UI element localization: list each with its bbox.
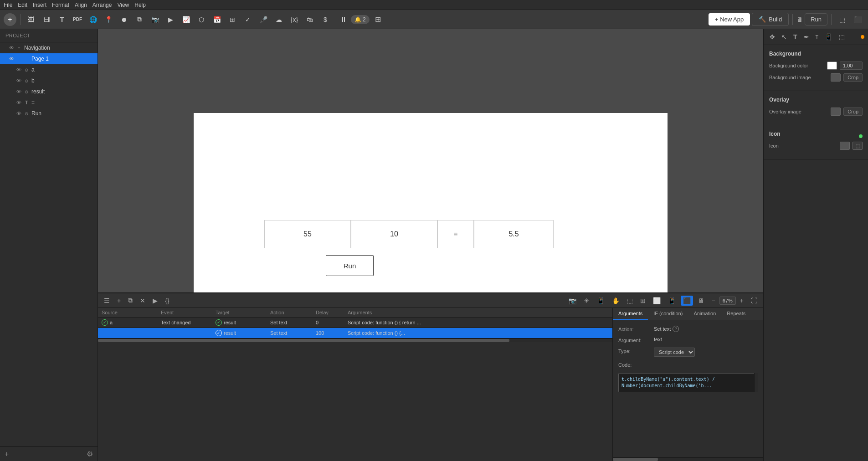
menu-align[interactable]: Align [75,2,87,8]
bt-code-btn[interactable]: {} [163,296,171,306]
background-color-picker[interactable] [827,61,837,70]
sidebar-item-equals[interactable]: 👁 T = [0,97,98,108]
run-widget-button[interactable]: Run [326,255,374,276]
widget-result[interactable]: 5.5 [474,220,554,248]
check-tool[interactable]: ✓ [241,13,255,26]
add-page-button[interactable]: + [5,450,9,458]
icon-picker[interactable] [840,142,850,150]
event-row-2[interactable]: ✓ result Set text 100 Script code: funct… [98,328,612,338]
dollar-tool[interactable]: $ [318,13,332,26]
bt-multitouch-btn[interactable]: ✋ [610,296,622,306]
menu-insert[interactable]: Insert [33,2,46,8]
bt-portrait-btn[interactable]: ⬜ [651,296,663,306]
background-image-picker[interactable] [831,73,841,82]
bt-fullscreen-btn[interactable]: ⛶ [749,296,760,306]
bt-mobile-btn[interactable]: 📱 [595,296,607,306]
widget-b[interactable]: 10 [351,220,437,248]
detail-scrollbar-h[interactable] [613,457,763,461]
scrollbar-thumb[interactable] [98,339,509,342]
menu-edit[interactable]: Edit [18,2,27,8]
bt-screenshot-btn[interactable]: 📷 [566,296,579,306]
widget-a[interactable]: 55 [264,220,351,248]
add-tool-button[interactable]: + [4,13,16,26]
build-button[interactable]: 🔨 Build [752,13,789,26]
tab-if-condition[interactable]: IF (condition) [648,308,688,320]
ev-args-1: Script code: function () { return ... [348,320,609,325]
settings-page-button[interactable]: ⚙ [87,450,93,458]
sidebar-item-b[interactable]: 👁 ⊙ b [0,75,98,86]
menu-view[interactable]: View [117,2,129,8]
grid-view-button[interactable]: ⊞ [371,13,385,26]
layers-tool[interactable]: ⧉ [133,13,146,26]
sidebar-item-result[interactable]: 👁 ⊙ result [0,86,98,97]
bt-duplicate-btn[interactable]: ⧉ [126,295,135,306]
film-tool[interactable]: 🎞 [40,13,53,26]
tab-animation[interactable]: Animation [688,308,721,320]
pdf-tool[interactable]: PDF [71,13,84,26]
record-tool[interactable]: ⏺ [117,13,131,26]
cloud-tool[interactable]: ☁ [272,13,286,26]
detail-type-select[interactable]: Script code [654,348,695,357]
background-color-value[interactable]: 1.00 [840,61,863,70]
table-tool[interactable]: ⊞ [226,13,239,26]
3d-tool[interactable]: ⬡ [195,13,208,26]
pin-tool[interactable]: 📍 [102,13,115,26]
camera-tool[interactable]: 📷 [148,13,162,26]
run-button[interactable]: Run [805,13,827,26]
pause-button[interactable]: ⏸ [340,15,347,24]
new-app-button[interactable]: + New App [709,13,750,26]
background-image-crop-btn[interactable]: Crop [843,73,863,82]
calendar-tool[interactable]: 📅 [210,13,224,26]
video-tool[interactable]: ▶ [164,13,177,26]
detail-argument-row: Argument: text [618,337,758,343]
bt-add-btn[interactable]: + [115,296,123,306]
rt-text-btn[interactable]: T [791,32,800,42]
image-tool[interactable]: 🖼 [24,13,38,26]
bt-expand-btn[interactable]: ⊞ [638,296,648,306]
overlay-image-crop-btn[interactable]: Crop [843,108,863,116]
rt-cursor-btn[interactable]: ✥ [767,32,777,42]
menu-file[interactable]: File [4,2,12,8]
bt-desktop2-btn[interactable]: 🖥 [696,296,707,306]
text-tool[interactable]: T [55,13,69,26]
bt-list-btn[interactable]: ☰ [102,296,112,306]
menu-help[interactable]: Help [134,2,146,8]
event-row-1[interactable]: ✓ a Text changed ✓ result Set text 0 [98,318,612,328]
tab-arguments[interactable]: Arguments [613,308,648,320]
globe-tool[interactable]: 🌐 [86,13,100,26]
rt-type-btn[interactable]: T [813,33,821,41]
menu-format[interactable]: Format [52,2,69,8]
bt-play-btn[interactable]: ▶ [150,296,160,306]
rt-pointer-btn[interactable]: ↖ [779,32,789,42]
code-tool[interactable]: {x} [288,13,301,26]
mic-tool[interactable]: 🎤 [257,13,270,26]
notification-badge[interactable]: 🔔 2 [351,15,370,24]
bt-phone2-btn[interactable]: 📱 [666,296,678,306]
rt-phone-btn[interactable]: 📱 [822,32,835,42]
bt-delete-btn[interactable]: ✕ [138,296,148,306]
detail-scrollbar-thumb[interactable] [613,458,658,461]
sidebar-item-a[interactable]: 👁 ⊙ a [0,64,98,75]
rt-desktop-btn[interactable]: ⬚ [837,32,847,42]
overlay-image-picker[interactable] [831,108,841,116]
bt-tablet-btn[interactable]: ⬛ [681,296,693,306]
horizontal-scrollbar[interactable] [98,338,612,342]
sidebar-item-page1[interactable]: 👁 ▶ Page 1 [0,53,98,64]
zoom-minus-btn[interactable]: − [709,296,718,306]
rt-pen-btn[interactable]: ✒ [801,32,812,42]
bottom-panel: ☰ + ⧉ ✕ ▶ {} 📷 ☀ 📱 ✋ ⬚ ⊞ ⬜ 📱 ⬛ 🖥 − 67% +… [98,292,763,461]
tab-repeats[interactable]: Repeats [721,308,751,320]
full-view-button[interactable]: ⬛ [851,13,864,26]
split-view-button[interactable]: ⬚ [835,13,849,26]
bt-select-btn[interactable]: ⬚ [625,296,635,306]
bt-sun-btn[interactable]: ☀ [581,296,592,306]
action-help-icon[interactable]: ? [673,326,679,332]
zoom-plus-btn[interactable]: + [738,296,746,306]
sidebar-item-run[interactable]: 👁 ⊙ Run [0,108,98,119]
code-editor[interactable]: t.childByName("a").content.text) / Numbe… [618,373,758,392]
code-scrollbar-v[interactable] [754,373,758,392]
menu-arrange[interactable]: Arrange [92,2,112,8]
bag-tool[interactable]: 🛍 [303,13,317,26]
chart-tool[interactable]: 📈 [179,13,193,26]
sidebar-item-navigation[interactable]: 👁 ≡ Navigation [0,42,98,53]
